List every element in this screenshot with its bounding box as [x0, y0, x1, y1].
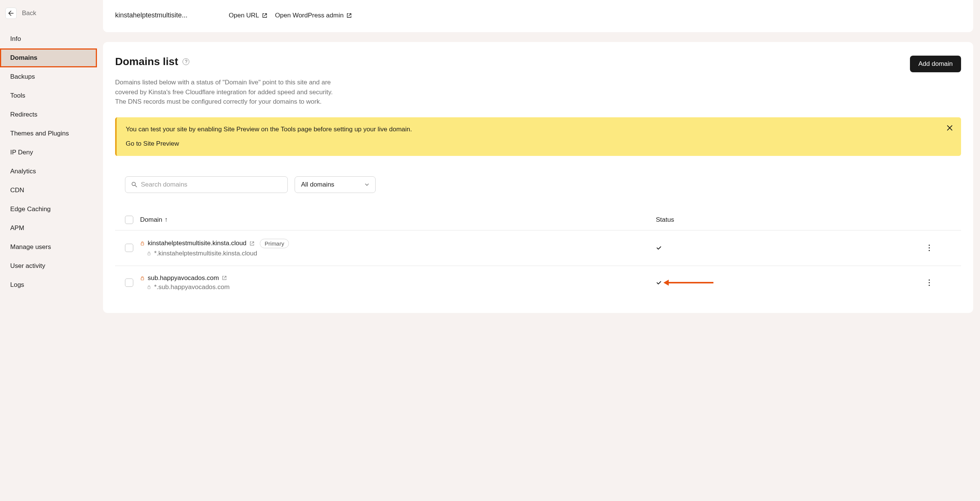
table-row: kinstahelptestmultisite.kinsta.cloudPrim…: [115, 230, 961, 266]
sidebar-nav: InfoDomainsBackupsToolsRedirectsThemes a…: [0, 30, 103, 294]
search-domains-input[interactable]: [141, 181, 282, 189]
sidebar-item-ip-deny[interactable]: IP Deny: [0, 143, 97, 162]
site-preview-banner: You can test your site by enabling Site …: [115, 117, 961, 156]
svg-point-5: [929, 250, 930, 251]
site-name: kinstahelptestmultisite...: [115, 11, 195, 19]
site-header-card: kinstahelptestmultisite... Open URL Open…: [103, 0, 973, 32]
lock-icon: [140, 241, 145, 246]
close-icon: [947, 125, 953, 131]
sidebar-item-manage-users[interactable]: Manage users: [0, 238, 97, 257]
back-label: Back: [22, 10, 37, 17]
table-row: sub.happyavocados.com*.sub.happyavocados…: [115, 266, 961, 299]
sidebar-item-domains[interactable]: Domains: [0, 48, 97, 67]
external-link-icon: [347, 13, 352, 18]
external-link-icon[interactable]: [250, 241, 255, 246]
lock-icon: [140, 276, 145, 281]
sidebar-item-cdn[interactable]: CDN: [0, 181, 97, 200]
check-icon: [656, 280, 662, 286]
svg-point-10: [929, 285, 930, 286]
domain-cell: kinstahelptestmultisite.kinsta.cloudPrim…: [140, 239, 656, 257]
banner-close-button[interactable]: [947, 125, 953, 131]
chevron-down-icon: [365, 182, 369, 187]
svg-rect-2: [148, 253, 150, 255]
domain-cell: sub.happyavocados.com*.sub.happyavocados…: [140, 274, 656, 291]
svg-point-0: [132, 182, 135, 186]
status-cell: [656, 280, 929, 286]
kebab-icon: [929, 279, 930, 286]
svg-point-4: [929, 247, 930, 248]
domains-card: Domains list ? Add domain Domains listed…: [103, 42, 973, 313]
wildcard-domain: *.kinstahelptestmultisite.kinsta.cloud: [154, 250, 257, 257]
arrow-left-icon: [8, 10, 14, 16]
sidebar-item-info[interactable]: Info: [0, 30, 97, 48]
primary-badge: Primary: [260, 239, 289, 248]
sort-asc-icon: ↑: [165, 216, 168, 223]
add-domain-button[interactable]: Add domain: [910, 55, 961, 72]
help-icon[interactable]: ?: [183, 58, 189, 65]
status-cell: [656, 245, 929, 251]
svg-point-9: [929, 282, 930, 283]
domain-name[interactable]: kinstahelptestmultisite.kinsta.cloud: [148, 239, 247, 247]
external-link-icon[interactable]: [222, 276, 227, 281]
svg-point-3: [929, 244, 930, 246]
open-url-label: Open URL: [229, 12, 259, 19]
open-wp-admin-label: Open WordPress admin: [275, 12, 344, 19]
open-url-link[interactable]: Open URL: [229, 12, 267, 19]
domains-table: Domain↑ Status kinstahelptestmultisite.k…: [115, 216, 961, 299]
svg-rect-6: [141, 278, 144, 280]
column-header-status[interactable]: Status: [656, 216, 929, 224]
sidebar-item-apm[interactable]: APM: [0, 219, 97, 238]
banner-link[interactable]: Go to Site Preview: [126, 140, 952, 147]
sidebar-item-analytics[interactable]: Analytics: [0, 162, 97, 181]
column-header-domain[interactable]: Domain↑: [140, 216, 656, 224]
row-checkbox[interactable]: [125, 279, 133, 287]
sidebar-item-logs[interactable]: Logs: [0, 276, 97, 294]
annotation-arrow: [668, 282, 713, 284]
domains-description: Domains listed below with a status of "D…: [115, 78, 335, 107]
lock-icon: [147, 285, 151, 289]
open-wp-admin-link[interactable]: Open WordPress admin: [275, 12, 352, 19]
row-checkbox[interactable]: [125, 244, 133, 252]
row-actions-menu[interactable]: [929, 244, 951, 251]
page-title: Domains list: [115, 55, 178, 68]
sidebar-item-redirects[interactable]: Redirects: [0, 105, 97, 124]
svg-rect-1: [141, 243, 144, 245]
sidebar-item-edge-caching[interactable]: Edge Caching: [0, 200, 97, 219]
svg-rect-7: [148, 287, 150, 289]
select-all-checkbox[interactable]: [125, 216, 133, 224]
domain-name[interactable]: sub.happyavocados.com: [148, 274, 219, 282]
lock-icon: [147, 251, 151, 255]
external-link-icon: [262, 13, 267, 18]
banner-text: You can test your site by enabling Site …: [126, 125, 952, 133]
search-domains-input-wrapper[interactable]: [125, 176, 288, 193]
kebab-icon: [929, 244, 930, 251]
domain-filter-value: All domains: [301, 181, 334, 189]
row-actions-menu[interactable]: [929, 279, 951, 286]
back-button[interactable]: [5, 8, 17, 19]
wildcard-domain: *.sub.happyavocados.com: [154, 284, 229, 291]
svg-point-8: [929, 279, 930, 281]
sidebar-item-tools[interactable]: Tools: [0, 86, 97, 105]
sidebar-item-user-activity[interactable]: User activity: [0, 257, 97, 276]
sidebar-item-themes-and-plugins[interactable]: Themes and Plugins: [0, 124, 97, 143]
search-icon: [131, 182, 137, 187]
domain-filter-dropdown[interactable]: All domains: [294, 176, 375, 193]
check-icon: [656, 245, 662, 251]
sidebar-item-backups[interactable]: Backups: [0, 67, 97, 86]
